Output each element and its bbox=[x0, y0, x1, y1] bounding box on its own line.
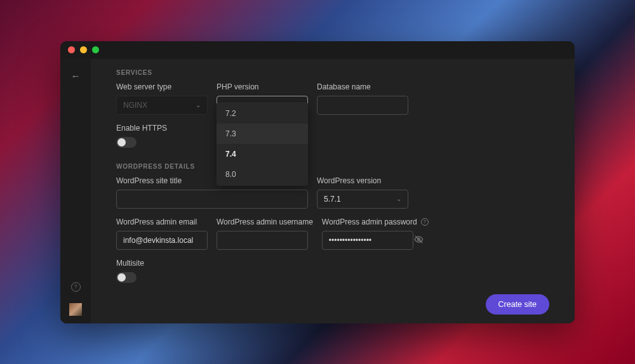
wp-username-label: WordPress admin username bbox=[217, 218, 313, 226]
create-site-button[interactable]: Create site bbox=[486, 294, 549, 315]
minimize-window-button[interactable] bbox=[80, 46, 87, 53]
sidebar: ← ? bbox=[60, 59, 91, 323]
wp-email-label: WordPress admin email bbox=[116, 218, 208, 226]
titlebar bbox=[60, 41, 575, 59]
dropdown-option[interactable]: 7.4 bbox=[217, 144, 308, 164]
php-version-dropdown: 7.2 7.3 7.4 8.0 bbox=[217, 102, 308, 186]
toggle-knob bbox=[117, 138, 126, 146]
multisite-toggle[interactable] bbox=[116, 272, 137, 283]
dropdown-option[interactable]: 8.0 bbox=[217, 164, 308, 185]
web-server-type-label: Web server type bbox=[116, 82, 208, 91]
multisite-label: Multisite bbox=[116, 259, 549, 268]
web-server-type-value: NGINX bbox=[123, 101, 147, 110]
chevron-down-icon: ⌄ bbox=[196, 101, 201, 108]
chevron-down-icon: ⌄ bbox=[396, 195, 401, 202]
wp-password-label: WordPress admin password ? bbox=[322, 218, 429, 226]
wp-email-input[interactable] bbox=[116, 231, 208, 250]
wp-password-input[interactable] bbox=[322, 231, 413, 250]
maximize-window-button[interactable] bbox=[92, 46, 99, 53]
dropdown-option[interactable]: 7.2 bbox=[217, 103, 308, 124]
wordpress-header: WORDPRESS DETAILS bbox=[116, 163, 549, 170]
app-window: ← ? SERVICES Web server type NGINX ⌄ PHP… bbox=[60, 41, 575, 323]
main-panel: SERVICES Web server type NGINX ⌄ PHP ver… bbox=[91, 59, 575, 323]
services-header: SERVICES bbox=[116, 69, 549, 76]
wp-username-input[interactable] bbox=[217, 231, 308, 250]
wp-version-label: WordPress version bbox=[317, 176, 408, 185]
enable-https-toggle[interactable] bbox=[116, 137, 137, 148]
web-server-type-select[interactable]: NGINX ⌄ bbox=[116, 96, 208, 115]
help-icon[interactable]: ? bbox=[71, 282, 81, 292]
toggle-knob bbox=[117, 273, 126, 282]
close-window-button[interactable] bbox=[68, 46, 75, 53]
eye-slash-icon[interactable] bbox=[414, 235, 424, 246]
avatar[interactable] bbox=[69, 303, 82, 316]
help-icon[interactable]: ? bbox=[421, 218, 429, 226]
wp-version-value: 5.7.1 bbox=[324, 195, 341, 204]
database-name-label: Database name bbox=[317, 82, 408, 91]
wp-title-input[interactable] bbox=[116, 190, 308, 209]
dropdown-option[interactable]: 7.3 bbox=[217, 124, 308, 144]
enable-https-label: Enable HTTPS bbox=[116, 124, 549, 133]
php-version-label: PHP version bbox=[217, 82, 308, 91]
back-button[interactable]: ← bbox=[71, 70, 81, 81]
body: ← ? SERVICES Web server type NGINX ⌄ PHP… bbox=[60, 41, 575, 323]
database-name-input[interactable] bbox=[317, 96, 408, 115]
wp-version-select[interactable]: 5.7.1 ⌄ bbox=[317, 190, 408, 209]
